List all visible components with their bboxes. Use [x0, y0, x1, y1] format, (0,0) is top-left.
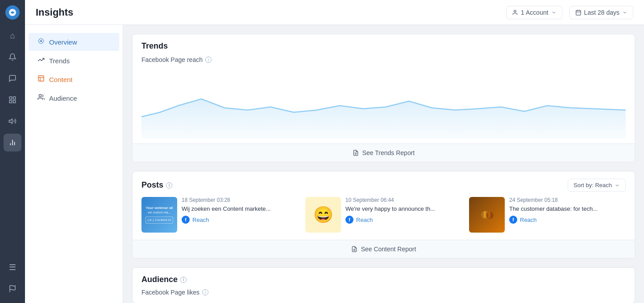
- post-text-1: We're very happy to announce th...: [345, 205, 462, 213]
- home-icon[interactable]: ⌂: [4, 27, 21, 45]
- svg-point-9: [514, 10, 516, 12]
- date-range-selector[interactable]: Last 28 days: [569, 6, 633, 19]
- post-item-2: 24 September 05:18 The customer database…: [469, 197, 626, 233]
- post-info-0: 18 September 03:28 Wij zoeken een Conten…: [182, 197, 298, 224]
- svg-rect-24: [488, 212, 490, 218]
- nav-overview-label: Overview: [49, 38, 77, 46]
- fb-icon-2: f: [509, 216, 517, 224]
- user-icon: [512, 9, 518, 16]
- chevron-down-icon: [551, 10, 557, 15]
- sort-label: Sort by: Reach: [573, 182, 612, 188]
- nav-item-trends[interactable]: Trends: [29, 52, 119, 70]
- post-meta-0: f Reach: [182, 216, 298, 224]
- post-date-0: 18 September 03:28: [182, 197, 298, 203]
- app-logo[interactable]: [5, 5, 20, 20]
- top-header: Insights 1 Account Last 28 days: [25, 0, 644, 25]
- content-report-icon: [351, 246, 357, 252]
- post-text-2: The customer database: for tech...: [509, 205, 626, 213]
- grid-icon[interactable]: [4, 91, 21, 109]
- svg-rect-10: [576, 10, 581, 15]
- reach-info-icon[interactable]: i: [205, 57, 212, 63]
- trends-icon: [37, 56, 45, 65]
- audience-card: Audience i Facebook Page likes i: [132, 267, 635, 303]
- trends-card: Trends Facebook Page reach i: [132, 34, 635, 162]
- megaphone-icon[interactable]: [4, 112, 21, 130]
- chat-icon[interactable]: [4, 70, 21, 87]
- post-info-2: 24 September 05:18 The customer database…: [509, 197, 626, 224]
- posts-info-icon[interactable]: i: [166, 182, 172, 188]
- calendar-icon: [575, 9, 582, 16]
- bell-icon[interactable]: [4, 48, 21, 66]
- likes-info-icon[interactable]: i: [202, 289, 208, 295]
- main-panel: Trends Facebook Page reach i: [123, 25, 644, 303]
- sort-chevron-icon: [615, 183, 620, 188]
- audience-sub: Facebook Page likes i: [141, 289, 626, 296]
- reach-chart: [141, 68, 626, 139]
- nav-content-label: Content: [49, 76, 73, 83]
- main-wrapper: Insights 1 Account Last 28 days: [25, 0, 644, 303]
- header-actions: 1 Account Last 28 days: [506, 6, 633, 19]
- nav-item-audience[interactable]: Audience: [29, 89, 119, 107]
- audience-info-icon[interactable]: i: [180, 277, 187, 283]
- nav-trends-label: Trends: [49, 57, 70, 65]
- audience-title: Audience i: [141, 275, 626, 284]
- posts-card: Posts i Sort by: Reach: [132, 171, 635, 258]
- chevron-down-icon-2: [622, 10, 627, 15]
- fb-icon-1: f: [345, 216, 353, 224]
- svg-rect-15: [38, 76, 44, 81]
- svg-rect-2: [13, 97, 16, 99]
- nav-item-overview[interactable]: Overview: [29, 33, 119, 51]
- post-info-1: 10 September 06:44 We're very happy to a…: [345, 197, 462, 224]
- svg-rect-4: [9, 101, 12, 103]
- posts-header: Posts i Sort by: Reach: [133, 172, 635, 197]
- chart-area: [133, 63, 635, 143]
- trends-title: Trends: [133, 34, 635, 54]
- date-range-label: Last 28 days: [584, 9, 619, 16]
- see-content-report-btn[interactable]: See Content Report: [133, 240, 635, 258]
- flag-icon[interactable]: [4, 280, 21, 298]
- see-trends-report-btn[interactable]: See Trends Report: [133, 143, 635, 162]
- post-text-0: Wij zoeken een Content markete...: [182, 205, 298, 213]
- nav-item-content[interactable]: Content: [29, 70, 119, 88]
- svg-point-14: [41, 41, 42, 42]
- see-trends-label: See Trends Report: [362, 149, 415, 156]
- content-area: Overview Trends Content: [25, 25, 644, 303]
- nav-sidebar: Overview Trends Content: [25, 25, 123, 303]
- post-thumbnail-1: 😄: [305, 197, 341, 233]
- post-thumbnail-2: [469, 197, 505, 233]
- post-thumbnail-0: Your webinar all we custom ma... (Jr.) C…: [141, 197, 177, 233]
- left-sidebar: ⌂ ☰: [0, 0, 25, 303]
- report-icon: [353, 150, 359, 156]
- reach-label: Facebook Page reach: [141, 56, 203, 63]
- trends-subheader: Facebook Page reach i: [133, 54, 635, 63]
- svg-rect-3: [13, 101, 16, 103]
- svg-rect-1: [9, 97, 12, 99]
- sort-by-reach-btn[interactable]: Sort by: Reach: [568, 179, 626, 192]
- account-label: 1 Account: [521, 9, 548, 16]
- post-reach-0: Reach: [192, 217, 209, 223]
- post-item-1: 😄 10 September 06:44 We're very happy to…: [305, 197, 462, 233]
- emoji-icon: 😄: [313, 205, 333, 224]
- svg-point-18: [39, 94, 41, 97]
- audience-icon: [37, 94, 45, 102]
- menu-icon[interactable]: ☰: [4, 258, 21, 276]
- fb-icon-0: f: [182, 216, 190, 224]
- post-meta-2: f Reach: [509, 216, 626, 224]
- post-item-0: Your webinar all we custom ma... (Jr.) C…: [141, 197, 298, 233]
- overview-icon: [37, 37, 45, 46]
- post-meta-1: f Reach: [345, 216, 462, 224]
- post-date-1: 10 September 06:44: [345, 197, 462, 203]
- post-reach-1: Reach: [356, 217, 373, 223]
- posts-grid: Your webinar all we custom ma... (Jr.) C…: [133, 197, 635, 240]
- content-icon: [37, 75, 45, 84]
- post-reach-2: Reach: [520, 217, 537, 223]
- chart-icon[interactable]: [4, 134, 21, 152]
- audience-section: Audience i Facebook Page likes i: [133, 268, 635, 303]
- page-title: Insights: [36, 7, 73, 18]
- posts-title: Posts i: [141, 180, 172, 190]
- post-date-2: 24 September 05:18: [509, 197, 626, 203]
- account-selector[interactable]: 1 Account: [506, 6, 562, 19]
- beer-icon: [478, 206, 496, 224]
- see-content-label: See Content Report: [361, 246, 416, 253]
- nav-audience-label: Audience: [49, 94, 77, 102]
